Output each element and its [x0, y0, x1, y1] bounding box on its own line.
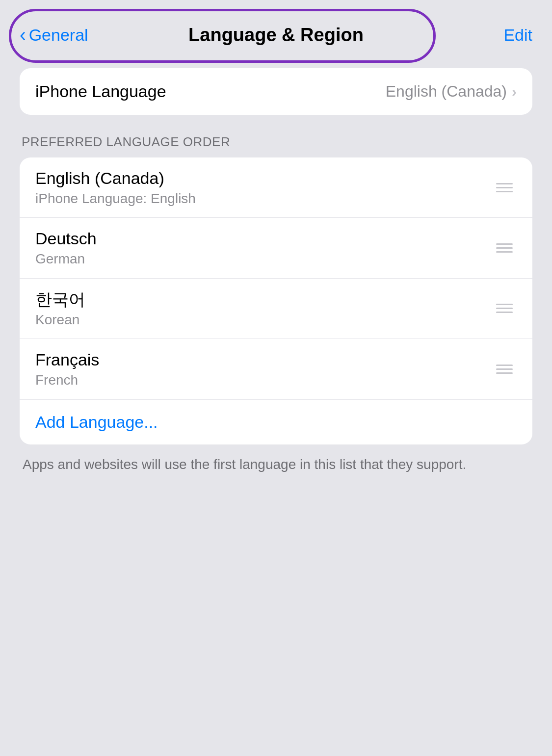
language-row-english[interactable]: English (Canada) iPhone Language: Englis…: [20, 157, 532, 218]
back-chevron-icon: ‹: [20, 26, 26, 44]
drag-handle-line-3: [496, 251, 513, 253]
add-language-row[interactable]: Add Language...: [20, 400, 532, 444]
language-sub-english: iPhone Language: English: [35, 190, 196, 207]
add-language-button[interactable]: Add Language...: [35, 413, 158, 432]
language-info-french: Français French: [35, 350, 99, 388]
language-name-korean: 한국어: [35, 289, 85, 310]
navigation-bar: ‹ General Language & Region Edit: [0, 0, 552, 54]
drag-handle-line-3: [496, 191, 513, 192]
language-info-deutsch: Deutsch German: [35, 229, 97, 267]
drag-handle-korean[interactable]: [492, 300, 517, 317]
edit-button[interactable]: Edit: [503, 26, 532, 45]
language-name-deutsch: Deutsch: [35, 229, 97, 249]
chevron-right-icon: ›: [512, 83, 517, 100]
language-sub-french: French: [35, 372, 99, 389]
drag-handle-line-2: [496, 187, 513, 188]
drag-handle-line-1: [496, 183, 513, 184]
drag-handle-line-1: [496, 243, 513, 245]
drag-handle-deutsch[interactable]: [492, 239, 517, 257]
drag-handle-line-3: [496, 312, 513, 313]
language-name-french: Français: [35, 350, 99, 370]
language-row-korean[interactable]: 한국어 Korean: [20, 279, 532, 339]
content-area: iPhone Language English (Canada) › PREFE…: [0, 54, 552, 475]
drag-handle-line-1: [496, 304, 513, 305]
drag-handle-line-2: [496, 368, 513, 370]
footer-note: Apps and websites will use the first lan…: [20, 454, 532, 475]
page-title: Language & Region: [188, 25, 364, 46]
iphone-language-row[interactable]: iPhone Language English (Canada) ›: [20, 68, 532, 115]
back-button[interactable]: ‹ General: [20, 26, 88, 45]
language-list-card: English (Canada) iPhone Language: Englis…: [20, 157, 532, 444]
language-name-english: English (Canada): [35, 168, 196, 188]
language-sub-deutsch: German: [35, 251, 97, 267]
iphone-language-card: iPhone Language English (Canada) ›: [20, 68, 532, 115]
language-row-french[interactable]: Français French: [20, 339, 532, 399]
language-row-deutsch[interactable]: Deutsch German: [20, 218, 532, 278]
language-info-korean: 한국어 Korean: [35, 289, 85, 328]
iphone-language-label: iPhone Language: [35, 82, 166, 101]
drag-handle-french[interactable]: [492, 361, 517, 378]
drag-handle-english[interactable]: [492, 179, 517, 196]
iphone-language-value-group: English (Canada) ›: [386, 82, 517, 101]
language-info-english: English (Canada) iPhone Language: Englis…: [35, 168, 196, 207]
preferred-language-section-header: PREFERRED LANGUAGE ORDER: [20, 134, 532, 150]
drag-handle-line-2: [496, 247, 513, 249]
drag-handle-line-3: [496, 372, 513, 374]
drag-handle-line-1: [496, 365, 513, 366]
language-sub-korean: Korean: [35, 312, 85, 328]
iphone-language-value: English (Canada): [386, 82, 507, 101]
back-label: General: [29, 26, 88, 45]
drag-handle-line-2: [496, 308, 513, 309]
